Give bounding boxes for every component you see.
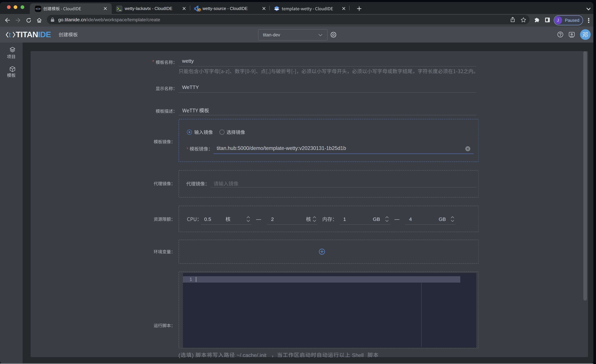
svg-text:JS: JS bbox=[199, 9, 201, 11]
